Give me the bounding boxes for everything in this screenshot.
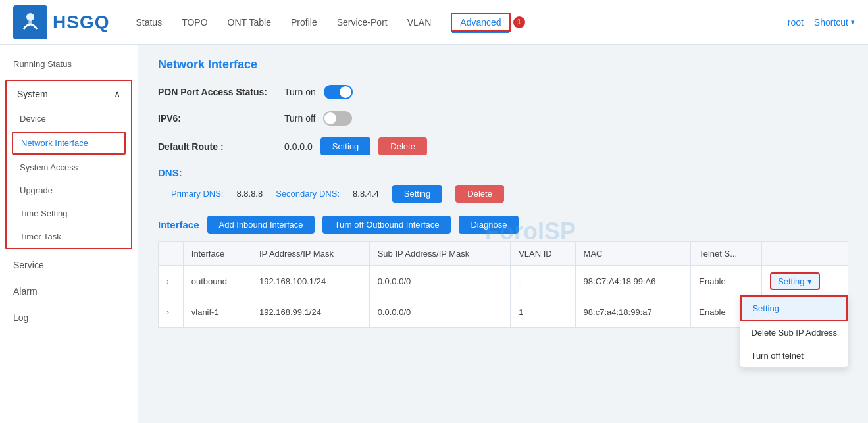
- diagnose-button[interactable]: Diagnose: [459, 216, 519, 234]
- cell-interface-2: vlanif-1: [183, 297, 251, 328]
- cell-vlan: -: [511, 266, 575, 297]
- sidebar-item-device[interactable]: Device: [7, 107, 131, 130]
- cell-telnet: Enable: [691, 266, 762, 297]
- logo-text: HSGQ: [53, 12, 109, 33]
- cell-sub-ip: 0.0.0.0/0: [369, 266, 511, 297]
- secondary-dns-label: Secondary DNS:: [276, 189, 340, 199]
- nav-badge-1: 1: [513, 16, 525, 28]
- cell-ip: 192.168.100.1/24: [251, 266, 369, 297]
- row-setting-dropdown-1[interactable]: Setting ▾: [770, 272, 819, 290]
- logo-area: HSGQ: [13, 5, 109, 39]
- username-label[interactable]: root: [788, 17, 804, 28]
- nav-advanced[interactable]: Advanced: [451, 13, 510, 32]
- default-route-value: 0.0.0.0: [284, 141, 313, 152]
- chevron-up-icon: ∧: [114, 89, 120, 99]
- sidebar: Running Status System ∧ Device Network I…: [0, 45, 138, 423]
- expand-arrow[interactable]: ›: [166, 277, 169, 286]
- sidebar-item-running-status[interactable]: Running Status: [0, 51, 138, 77]
- default-route-row: Default Route : 0.0.0.0 Setting Delete: [158, 137, 848, 155]
- interface-title: Interface: [158, 219, 199, 230]
- nav-ont-table[interactable]: ONT Table: [228, 14, 271, 30]
- shortcut-button[interactable]: Shortcut ▾: [814, 17, 855, 28]
- main-content: ForoISP Network Interface PON Port Acces…: [138, 45, 868, 423]
- sidebar-item-log[interactable]: Log: [0, 305, 138, 331]
- ipv6-label: IPV6:: [158, 113, 276, 124]
- dropdown-item-setting[interactable]: Setting: [740, 295, 848, 321]
- sidebar-item-timer-task[interactable]: Timer Task: [7, 225, 131, 248]
- logo-icon: [13, 5, 47, 39]
- col-interface: Interface: [183, 242, 251, 266]
- sidebar-item-upgrade[interactable]: Upgrade: [7, 179, 131, 202]
- chevron-down-icon: ▾: [851, 18, 855, 26]
- nav-profile[interactable]: Profile: [291, 14, 317, 30]
- col-telnet: Telnet S...: [691, 242, 762, 266]
- sidebar-item-time-setting[interactable]: Time Setting: [7, 202, 131, 225]
- ipv6-row: IPV6: Turn off: [158, 111, 848, 126]
- cell-vlan-2: 1: [511, 297, 575, 328]
- dns-setting-button[interactable]: Setting: [392, 185, 442, 203]
- sidebar-item-system-access[interactable]: System Access: [7, 156, 131, 179]
- default-route-setting-button[interactable]: Setting: [320, 137, 370, 155]
- nav-advanced-container: Advanced 1: [451, 13, 524, 32]
- pon-port-row: PON Port Access Status: Turn on: [158, 85, 848, 99]
- dropdown-item-turn-off-telnet[interactable]: Turn off telnet: [740, 344, 848, 367]
- col-action: [762, 242, 848, 266]
- col-vlan: VLAN ID: [511, 242, 575, 266]
- chevron-down-icon: ▾: [807, 276, 812, 286]
- toggle-knob: [340, 86, 351, 98]
- sidebar-system-label: System: [17, 89, 48, 99]
- toggle-knob-ipv6: [324, 112, 336, 124]
- sidebar-system-header[interactable]: System ∧: [7, 81, 131, 107]
- cell-ip-2: 192.168.99.1/24: [251, 297, 369, 328]
- shortcut-label: Shortcut: [814, 17, 848, 28]
- nav-topo[interactable]: TOPO: [182, 14, 207, 30]
- col-ip: IP Address/IP Mask: [251, 242, 369, 266]
- ipv6-value: Turn off: [284, 113, 315, 124]
- svg-point-1: [28, 20, 32, 24]
- pon-port-toggle[interactable]: [324, 85, 353, 99]
- header-right: root Shortcut ▾: [788, 17, 855, 28]
- interface-header: Interface Add Inbound Interface Turn off…: [158, 216, 848, 234]
- cell-sub-ip-2: 0.0.0.0/0: [369, 297, 511, 328]
- pon-port-value: Turn on: [284, 87, 316, 97]
- dns-title: DNS:: [158, 167, 848, 178]
- sidebar-system-section: System ∧ Device Network Interface System…: [5, 80, 132, 249]
- svg-point-0: [26, 13, 34, 21]
- expand-arrow-2[interactable]: ›: [166, 308, 169, 317]
- col-sub-ip: Sub IP Address/IP Mask: [369, 242, 511, 266]
- page-title: Network Interface: [158, 58, 848, 72]
- default-route-delete-button[interactable]: Delete: [378, 137, 427, 155]
- sidebar-item-alarm[interactable]: Alarm: [0, 278, 138, 305]
- table-row: › outbound 192.168.100.1/24 0.0.0.0/0 - …: [159, 266, 848, 297]
- dropdown-item-delete-sub-ip[interactable]: Delete Sub IP Address: [740, 321, 848, 344]
- setting-label: Setting: [778, 276, 804, 286]
- sidebar-item-network-interface[interactable]: Network Interface: [12, 132, 126, 155]
- primary-dns-value: 8.8.8.8: [236, 189, 263, 199]
- cell-interface: outbound: [183, 266, 251, 297]
- nav-links: Status TOPO ONT Table Profile Service-Po…: [136, 13, 787, 32]
- nav-service-port[interactable]: Service-Port: [337, 14, 388, 30]
- nav-vlan[interactable]: VLAN: [407, 14, 432, 30]
- dns-section: DNS: Primary DNS: 8.8.8.8 Secondary DNS:…: [158, 167, 848, 203]
- ipv6-toggle[interactable]: [323, 111, 352, 126]
- nav-status[interactable]: Status: [136, 14, 162, 30]
- dns-delete-button[interactable]: Delete: [455, 185, 504, 203]
- header: HSGQ Status TOPO ONT Table Profile Servi…: [0, 0, 868, 45]
- default-route-label: Default Route :: [158, 141, 276, 152]
- cell-mac-2: 98:c7:a4:18:99:a7: [575, 297, 691, 328]
- col-expand: [159, 242, 184, 266]
- add-inbound-button[interactable]: Add Inbound Interface: [207, 216, 315, 234]
- pon-port-label: PON Port Access Status:: [158, 87, 276, 97]
- setting-dropdown-menu: Setting Delete Sub IP Address Turn off t…: [740, 295, 848, 368]
- dns-row: Primary DNS: 8.8.8.8 Secondary DNS: 8.8.…: [171, 185, 848, 203]
- layout: Running Status System ∧ Device Network I…: [0, 45, 868, 423]
- turn-off-outbound-button[interactable]: Turn off Outbound Interface: [322, 216, 451, 234]
- col-mac: MAC: [575, 242, 691, 266]
- secondary-dns-value: 8.8.4.4: [353, 189, 379, 199]
- cell-mac: 98:C7:A4:18:99:A6: [575, 266, 691, 297]
- primary-dns-label: Primary DNS:: [171, 189, 223, 199]
- sidebar-item-service[interactable]: Service: [0, 252, 138, 278]
